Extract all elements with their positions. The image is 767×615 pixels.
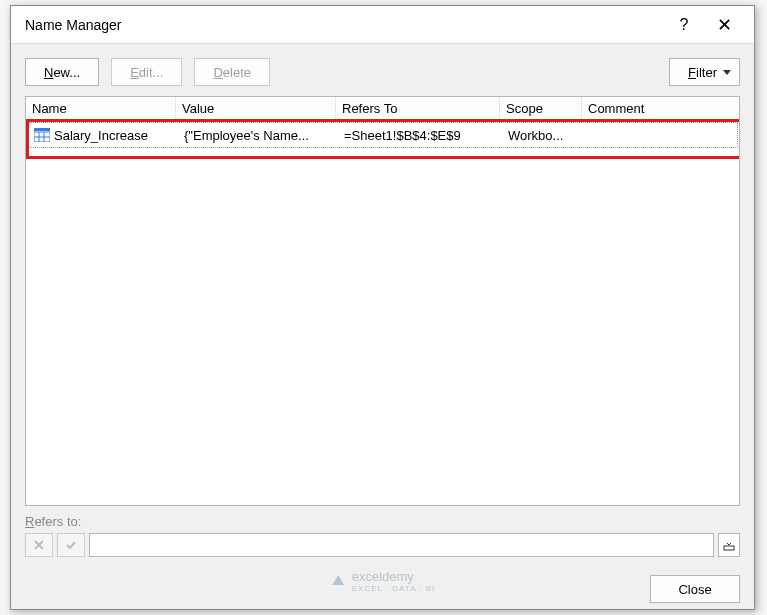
name-manager-dialog: Name Manager ? ✕ New... Edit... Delete F… xyxy=(10,5,755,610)
refers-to-input[interactable] xyxy=(89,533,714,557)
table-icon xyxy=(34,128,50,142)
x-icon xyxy=(33,539,45,551)
filter-button[interactable]: Filter xyxy=(669,58,740,86)
svg-rect-7 xyxy=(724,546,734,550)
help-button[interactable]: ? xyxy=(664,6,704,44)
header-name[interactable]: Name xyxy=(26,97,176,120)
collapse-icon xyxy=(723,539,735,551)
names-list: Name Value Refers To Scope Comment Salar… xyxy=(25,96,740,506)
bottom-bar: Close xyxy=(11,557,754,603)
close-button[interactable]: Close xyxy=(650,575,740,603)
check-icon xyxy=(65,539,77,551)
dialog-title: Name Manager xyxy=(25,17,664,33)
cancel-edit-button xyxy=(25,533,53,557)
svg-rect-0 xyxy=(34,128,50,131)
header-comment[interactable]: Comment xyxy=(582,97,739,120)
row-refers: =Sheet1!$B$4:$E$9 xyxy=(338,128,502,143)
refers-to-section: Refers to: xyxy=(25,514,740,557)
refers-to-label: Refers to: xyxy=(25,514,81,529)
header-value[interactable]: Value xyxy=(176,97,336,120)
new-button[interactable]: New... xyxy=(25,58,99,86)
close-icon[interactable]: ✕ xyxy=(704,6,744,44)
edit-button: Edit... xyxy=(111,58,182,86)
collapse-dialog-button[interactable] xyxy=(718,533,740,557)
chevron-down-icon xyxy=(723,70,731,75)
list-header: Name Value Refers To Scope Comment xyxy=(26,97,739,121)
confirm-edit-button xyxy=(57,533,85,557)
list-body: Salary_Increase {"Employee's Name... =Sh… xyxy=(26,122,739,148)
delete-button: Delete xyxy=(194,58,270,86)
header-scope[interactable]: Scope xyxy=(500,97,582,120)
toolbar: New... Edit... Delete Filter xyxy=(11,44,754,96)
table-row[interactable]: Salary_Increase {"Employee's Name... =Sh… xyxy=(27,122,738,148)
header-refers[interactable]: Refers To xyxy=(336,97,500,120)
row-value: {"Employee's Name... xyxy=(178,128,338,143)
row-name: Salary_Increase xyxy=(54,128,148,143)
row-scope: Workbo... xyxy=(502,128,584,143)
titlebar: Name Manager ? ✕ xyxy=(11,6,754,44)
